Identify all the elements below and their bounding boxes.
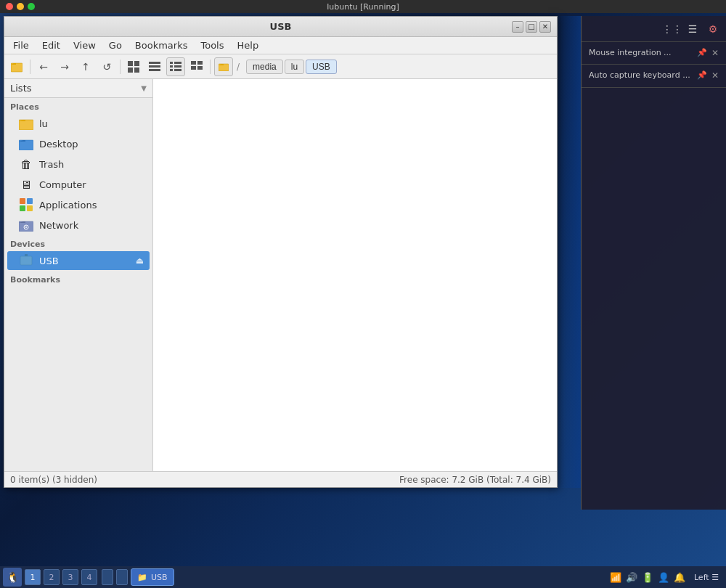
trash-icon: 🗑	[19, 158, 33, 171]
notification-mouse-integration: Mouse integration ... 📌 ✕	[582, 42, 726, 65]
sidebar-item-computer[interactable]: 🖥 Computer	[7, 175, 150, 194]
menu-edit[interactable]: Edit	[36, 38, 66, 52]
menu-tools[interactable]: Tools	[195, 38, 229, 52]
file-manager-window: USB – □ ✕ File Edit View Go Bookmarks To…	[4, 16, 558, 488]
fm-menubar: File Edit View Go Bookmarks Tools Help	[4, 37, 557, 54]
fm-content: Lists ▼ Places lu	[4, 79, 557, 471]
fm-maximize-button[interactable]: □	[526, 21, 537, 33]
forward-button[interactable]: →	[55, 57, 74, 76]
volume-icon[interactable]: 🔊	[626, 572, 637, 583]
notification-keyboard-capture: Auto capture keyboard ... 📌 ✕	[582, 65, 726, 87]
user-icon[interactable]: 👤	[658, 572, 669, 583]
workspace-4-button[interactable]: 4	[81, 569, 97, 585]
menu-bookmarks[interactable]: Bookmarks	[129, 38, 194, 52]
gradient-overlay	[558, 16, 583, 488]
notification-keyboard-text: Auto capture keyboard ...	[589, 70, 693, 81]
taskbar: 🐧 1 2 3 4 📁 USB 📶 🔊 🔋 👤 🔔 Left ☰	[0, 566, 726, 588]
panel-settings-icon[interactable]: ⋮⋮	[665, 22, 680, 36]
menu-file[interactable]: File	[7, 38, 35, 52]
breadcrumb-lu[interactable]: lu	[285, 60, 304, 74]
status-free-space: Free space: 7.2 GiB (Total: 7.4 GiB)	[399, 475, 551, 485]
compact-view-button[interactable]	[145, 57, 164, 76]
svg-rect-3	[128, 68, 133, 73]
sidebar-dropdown[interactable]: Lists ▼	[4, 79, 152, 98]
icon-view-button[interactable]	[124, 57, 143, 76]
sidebar-bookmarks-label: Bookmarks	[4, 271, 152, 286]
notification-pin-button[interactable]: 📌	[697, 48, 707, 57]
sidebar-item-applications-label: Applications	[39, 200, 97, 211]
toolbar-separator-1	[30, 60, 30, 74]
notification-keyboard-close-button[interactable]: ✕	[711, 70, 719, 81]
sidebar-dropdown-label: Lists	[10, 83, 32, 94]
status-item-count: 0 item(s) (3 hidden)	[10, 475, 97, 485]
chevron-down-icon: ▼	[141, 84, 147, 92]
sidebar-item-lu-label: lu	[39, 118, 48, 129]
fm-main-area[interactable]	[153, 79, 557, 471]
breadcrumb-usb[interactable]: USB	[306, 60, 337, 74]
fm-sidebar: Lists ▼ Places lu	[4, 79, 153, 471]
vm-maximize-button[interactable]	[28, 3, 35, 10]
breadcrumb-media[interactable]: media	[246, 60, 283, 74]
svg-rect-7	[149, 69, 160, 71]
workspace-1-button[interactable]: 1	[25, 569, 41, 585]
svg-rect-14	[191, 61, 196, 65]
sidebar-item-trash-label: Trash	[39, 159, 64, 170]
sidebar-places-label: Places	[4, 98, 152, 113]
panel-menu-icon[interactable]: ☰	[685, 22, 700, 36]
taskbar-right: 📶 🔊 🔋 👤 🔔 Left ☰	[610, 572, 723, 583]
sidebar-devices-label: Devices	[4, 235, 152, 250]
svg-rect-4	[134, 68, 139, 73]
vm-minimize-button[interactable]	[17, 3, 24, 10]
taskbar-clock: Left ☰	[690, 573, 723, 582]
new-folder-button[interactable]	[7, 57, 26, 76]
notification-close-button[interactable]: ✕	[711, 48, 719, 58]
right-panel: ⋮⋮ ☰ ⚙ Mouse integration ... 📌 ✕ Auto ca…	[581, 16, 726, 510]
reload-button[interactable]: ↺	[97, 57, 116, 76]
sidebar-item-usb[interactable]: USB ⏏	[7, 251, 150, 270]
sidebar-item-applications[interactable]: Applications	[7, 195, 150, 214]
svg-rect-9	[174, 62, 182, 64]
eject-icon[interactable]: ⏏	[136, 256, 144, 266]
fm-minimize-button[interactable]: –	[512, 21, 523, 33]
show-desktop-button[interactable]	[102, 569, 113, 585]
desktop-folder-icon	[19, 137, 33, 150]
battery-icon[interactable]: 🔋	[642, 572, 653, 583]
notifications-icon[interactable]: 🔔	[674, 572, 685, 583]
folder-icon	[19, 117, 33, 130]
vm-titlebar: lubuntu [Running]	[0, 0, 726, 13]
panel-close-icon[interactable]: ⚙	[706, 22, 720, 36]
taskbar-app-usb[interactable]: 📁 USB	[131, 568, 174, 586]
start-button[interactable]: 🐧	[3, 568, 22, 587]
fm-close-button[interactable]: ✕	[539, 21, 551, 33]
sidebar-item-network[interactable]: Network	[7, 216, 150, 234]
svg-rect-8	[170, 62, 173, 64]
show-desktop-button-2[interactable]	[116, 569, 128, 585]
computer-icon: 🖥	[19, 178, 33, 191]
menu-go[interactable]: Go	[103, 38, 128, 52]
workspace-3-button[interactable]: 3	[62, 569, 78, 585]
back-button[interactable]: ←	[34, 57, 53, 76]
fm-title: USB	[270, 21, 292, 32]
sidebar-item-desktop-label: Desktop	[39, 139, 78, 150]
sidebar-item-trash[interactable]: 🗑 Trash	[7, 155, 150, 173]
svg-point-27	[25, 226, 27, 228]
vm-close-button[interactable]	[6, 3, 13, 10]
sidebar-item-network-label: Network	[39, 220, 78, 231]
svg-rect-29	[25, 254, 28, 256]
network-status-icon[interactable]: 📶	[610, 572, 621, 583]
vm-title: lubuntu [Running]	[327, 2, 399, 12]
menu-help[interactable]: Help	[232, 38, 265, 52]
workspace-2-button[interactable]: 2	[44, 569, 60, 585]
thumbnail-view-button[interactable]	[187, 57, 206, 76]
detail-view-button[interactable]	[166, 57, 185, 76]
vm-window-controls	[6, 3, 35, 10]
sidebar-item-lu[interactable]: lu	[7, 114, 150, 133]
svg-rect-24	[27, 205, 33, 211]
notification-keyboard-pin-button[interactable]: 📌	[697, 70, 707, 80]
svg-rect-21	[20, 198, 25, 204]
menu-view[interactable]: View	[68, 38, 102, 52]
up-button[interactable]: ↑	[76, 57, 95, 76]
fm-titlebar: USB – □ ✕	[4, 17, 557, 37]
sidebar-item-desktop[interactable]: Desktop	[7, 134, 150, 153]
svg-rect-17	[197, 66, 203, 70]
